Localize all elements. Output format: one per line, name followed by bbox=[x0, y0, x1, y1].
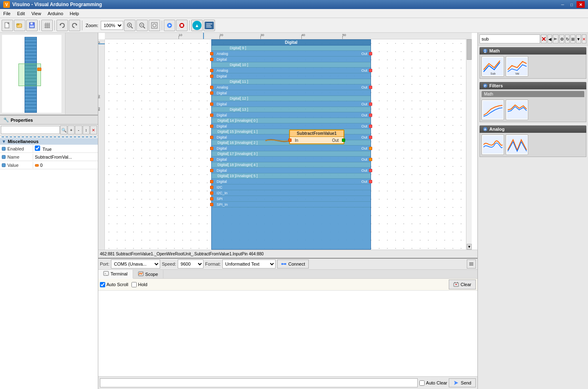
math-thumb-2[interactable]: Val bbox=[506, 56, 528, 77]
canvas-vscrollbar-down[interactable]: ▼ bbox=[467, 244, 472, 250]
math-section-icon: ∑ bbox=[483, 48, 488, 53]
search-arrow-btn[interactable] bbox=[553, 34, 559, 43]
window-controls: ─ □ ✕ bbox=[559, 1, 585, 8]
serial-settings-button[interactable] bbox=[467, 259, 476, 268]
auto-scroll-checkbox[interactable] bbox=[100, 282, 105, 287]
canvas-area[interactable]: 10 20 30 40 50 -0 50 60 bbox=[98, 33, 477, 250]
clear-button[interactable]: Clear bbox=[449, 280, 476, 289]
menu-edit[interactable]: Edit bbox=[14, 9, 28, 18]
pin-digital-19b: Digital Out bbox=[212, 179, 371, 184]
pin-group-d13: Digital[ 13 ] bbox=[212, 107, 371, 112]
port-select[interactable]: COM5 (Unava... bbox=[111, 259, 160, 268]
pin-analog-9: Analog Out bbox=[212, 51, 371, 57]
search-refresh-btn[interactable]: ↻ bbox=[565, 34, 570, 43]
analog-thumb-1[interactable] bbox=[482, 134, 504, 155]
prop-settings-btn[interactable]: ✕ bbox=[90, 125, 97, 134]
subtract-in-pin-dot bbox=[288, 139, 292, 142]
scope-icon bbox=[138, 271, 144, 277]
zoom-out-button[interactable] bbox=[136, 20, 148, 31]
search-remove-btn[interactable]: ✕ bbox=[582, 34, 586, 43]
svg-rect-22 bbox=[152, 23, 157, 28]
save-button[interactable] bbox=[26, 20, 38, 31]
arduino-program[interactable] bbox=[204, 20, 215, 31]
auto-clear-send-checkbox[interactable] bbox=[419, 380, 425, 386]
prop-sort-btn[interactable]: ↕ bbox=[83, 125, 90, 134]
component-search-input[interactable] bbox=[479, 34, 540, 43]
search-nav-prev[interactable]: ◀ bbox=[547, 34, 552, 43]
prop-icon-enabled bbox=[2, 147, 6, 151]
close-button[interactable]: ✕ bbox=[577, 1, 585, 8]
hold-checkbox[interactable] bbox=[131, 282, 137, 287]
zoom-in-button[interactable] bbox=[124, 20, 136, 31]
auto-scroll-checkbox-label[interactable]: Auto Scroll bbox=[100, 282, 128, 287]
new-button[interactable] bbox=[2, 20, 13, 31]
autoclear-label[interactable]: Auto Clear bbox=[419, 380, 447, 386]
settings-icon bbox=[468, 261, 474, 267]
menu-help[interactable]: Help bbox=[66, 9, 82, 18]
math-section-header[interactable]: ∑ Math bbox=[479, 47, 586, 55]
analog-thumb-2[interactable] bbox=[506, 134, 528, 155]
menu-view[interactable]: View bbox=[28, 9, 45, 18]
canvas-vscrollbar[interactable]: ▼ bbox=[466, 39, 472, 250]
svg-rect-35 bbox=[2, 155, 5, 159]
analog-section-header[interactable]: A Analog bbox=[479, 125, 586, 133]
svg-rect-63 bbox=[483, 101, 503, 119]
arduino-upload[interactable]: ▲ bbox=[191, 20, 203, 31]
canvas-main[interactable]: Digital Digital[ 9 ] Analog Out bbox=[105, 39, 472, 250]
arduino-component[interactable]: Digital Digital[ 9 ] Analog Out bbox=[211, 39, 371, 250]
svg-rect-3 bbox=[17, 24, 19, 25]
prop-collapse-btn[interactable]: - bbox=[75, 125, 82, 134]
prop-expand-btn[interactable]: + bbox=[68, 125, 75, 134]
zoom-select[interactable]: 100% 50% 75% 125% 150% 200% bbox=[101, 21, 123, 30]
compile-button[interactable] bbox=[164, 20, 175, 31]
search-settings-btn[interactable]: ⚙ bbox=[559, 34, 564, 43]
filter-thumb-1[interactable] bbox=[482, 100, 504, 120]
tab-terminal[interactable]: >_ Terminal bbox=[98, 270, 133, 279]
tab-terminal-label: Terminal bbox=[111, 271, 128, 276]
pin-group-d19: Digital[ 19 ]/AnalogIn[ 5 ] bbox=[212, 173, 371, 179]
filters-section-header[interactable]: F Filters bbox=[479, 82, 586, 89]
subtract-in-label: In bbox=[292, 138, 298, 143]
analog-section-icon: A bbox=[483, 127, 488, 132]
send-input[interactable] bbox=[100, 378, 418, 387]
connect-button[interactable]: Connect bbox=[277, 259, 309, 268]
redo-button[interactable] bbox=[69, 20, 80, 31]
pin-digital-18b: Digital Out bbox=[212, 168, 371, 173]
menu-file[interactable]: File bbox=[0, 9, 14, 18]
prop-filter-btn[interactable]: 🔍 bbox=[60, 125, 67, 134]
svg-text:>_: >_ bbox=[104, 272, 108, 275]
canvas-vscrollbar-thumb[interactable] bbox=[467, 39, 472, 60]
send-button[interactable]: Send bbox=[449, 378, 476, 387]
svg-text:Sub: Sub bbox=[490, 72, 495, 75]
search-clear-btn[interactable] bbox=[541, 34, 547, 43]
tab-scope-label: Scope bbox=[145, 272, 158, 277]
prop-value-value[interactable]: 0 bbox=[33, 162, 98, 168]
grid-button[interactable] bbox=[41, 20, 53, 31]
tab-scope[interactable]: Scope bbox=[133, 270, 163, 278]
properties-icon: 🔧 bbox=[3, 117, 9, 123]
subtract-out-pin-dot bbox=[342, 139, 345, 142]
format-select[interactable]: Unformatted Text Hex Dec bbox=[222, 259, 276, 268]
speed-select[interactable]: 9600 300 1200 2400 4800 19200 38400 5760… bbox=[178, 259, 204, 268]
maximize-button[interactable]: □ bbox=[568, 1, 576, 8]
undo-button[interactable] bbox=[57, 20, 68, 31]
filter-thumb-2[interactable] bbox=[506, 100, 528, 120]
subtract-from-value-block[interactable]: SubtractFromValue1 In Out bbox=[289, 130, 344, 144]
clear-label: Clear bbox=[461, 282, 471, 287]
math-thumb-1[interactable]: Sub bbox=[482, 56, 504, 77]
value-type-icon bbox=[35, 163, 39, 167]
menu-arduino[interactable]: Arduino bbox=[44, 9, 66, 18]
search-filter-btn[interactable]: ▼ bbox=[576, 34, 581, 43]
prop-section-misc[interactable]: ▼ Miscellaneous bbox=[0, 138, 98, 145]
open-button[interactable] bbox=[14, 20, 25, 31]
pin-group-d14: Digital[ 14 ]/AnalogIn[ 0 ] bbox=[212, 118, 371, 123]
search-arrow-icon bbox=[553, 36, 558, 41]
enabled-checkbox[interactable] bbox=[35, 146, 40, 151]
stop-button[interactable] bbox=[176, 20, 188, 31]
hold-checkbox-label[interactable]: Hold bbox=[131, 282, 147, 287]
minimize-button[interactable]: ─ bbox=[559, 1, 567, 8]
search-bookmark-btn[interactable]: ⊞ bbox=[570, 34, 575, 43]
zoom-fit-button[interactable] bbox=[149, 20, 160, 31]
properties-search[interactable] bbox=[1, 126, 60, 134]
prop-value-enabled[interactable]: True bbox=[33, 145, 98, 152]
